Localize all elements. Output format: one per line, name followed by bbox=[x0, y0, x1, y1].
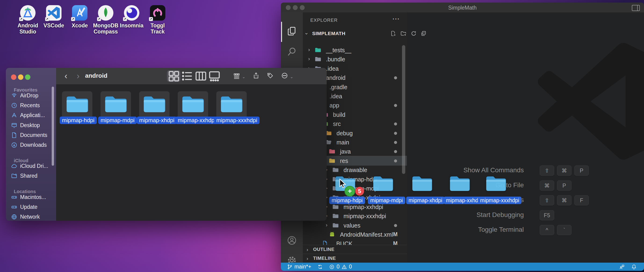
timeline-panel-header[interactable]: › TIMELINE bbox=[303, 254, 407, 263]
keycap: ⌘ bbox=[557, 195, 572, 205]
share-icon[interactable] bbox=[252, 72, 260, 80]
sidebar-item-iclouddri[interactable]: iCloud Dri... bbox=[11, 161, 53, 171]
icon-view-button[interactable] bbox=[167, 70, 180, 82]
tree-item-label: mipmap-xxxhdpi bbox=[344, 213, 386, 219]
folder-item-mipmap-mdpi[interactable]: mipmap-mdpi bbox=[98, 91, 133, 124]
branch-status-item[interactable]: main*+ bbox=[287, 263, 311, 270]
finder-main: ‹ › android ⌄ ⌄ bbox=[56, 68, 327, 221]
sidebar-item-update[interactable]: Update bbox=[11, 202, 53, 212]
refresh-icon[interactable] bbox=[411, 31, 417, 38]
android-robot-icon bbox=[329, 231, 335, 238]
shortcut-row: Find in Files⇧⌘F bbox=[407, 195, 644, 206]
alias-arrow-badge: ↗ bbox=[71, 17, 75, 21]
problems-status-item[interactable]: 0 0 bbox=[329, 263, 352, 270]
sidebar-item-shared[interactable]: Shared bbox=[11, 171, 53, 181]
project-section-title: SIMPLEMATH bbox=[312, 31, 346, 36]
sidebar-item-label: Desktop bbox=[20, 122, 40, 129]
tree-item-label: .bundle bbox=[326, 56, 345, 63]
tree-item-label: mipmap-hdpi bbox=[344, 176, 378, 183]
sidebar-scrollbar[interactable] bbox=[402, 45, 405, 174]
feedback-icon[interactable] bbox=[619, 264, 625, 270]
column-view-button[interactable] bbox=[194, 70, 208, 82]
sidebar-item-airdrop[interactable]: AirDrop bbox=[11, 91, 53, 100]
sidebar-item-desktop[interactable]: Desktop bbox=[11, 120, 53, 130]
cloud-icon bbox=[11, 163, 17, 169]
forward-icon[interactable]: › bbox=[77, 71, 80, 81]
sidebar-item-recents[interactable]: Recents bbox=[11, 100, 53, 110]
tree-item-label: drawable bbox=[344, 167, 367, 173]
desktop-icon-android-studio[interactable]: ↗Android Studio bbox=[15, 5, 41, 35]
desktop-icon-vscode[interactable]: ↗VSCode bbox=[41, 5, 67, 29]
tree-item-label: values bbox=[344, 222, 360, 229]
tree-row-values[interactable]: ›values bbox=[303, 221, 407, 230]
outline-panel-header[interactable]: › OUTLINE bbox=[303, 245, 407, 254]
more-actions-icon[interactable]: ⋯ bbox=[392, 14, 400, 23]
modified-dot bbox=[394, 159, 397, 162]
back-icon[interactable]: ‹ bbox=[64, 71, 67, 81]
chevron-right-icon: › bbox=[308, 56, 310, 62]
sidebar-item-label: iCloud Dri... bbox=[20, 163, 48, 169]
keycap: F bbox=[574, 195, 589, 205]
minimize-button[interactable] bbox=[18, 74, 24, 80]
desktop-icon-xcode[interactable]: ↗Xcode bbox=[67, 5, 92, 29]
modified-dot bbox=[394, 150, 397, 153]
sidebar-item-downloads[interactable]: Downloads bbox=[11, 140, 53, 150]
sidebar-scrollbar[interactable] bbox=[52, 87, 54, 166]
shortcut-label: Toggle Terminal bbox=[478, 226, 524, 233]
customize-layout-icon[interactable] bbox=[632, 5, 640, 11]
desktop-icon-insomnia[interactable]: ↗Insomnia bbox=[119, 5, 144, 29]
new-file-icon[interactable] bbox=[390, 31, 396, 38]
folder-label: mipmap-xxhdpi bbox=[176, 117, 218, 124]
sidebar-item-documents[interactable]: Documents bbox=[11, 130, 53, 140]
desktop-icon-toggl-track[interactable]: ↗Toggl Track bbox=[145, 5, 170, 35]
keycap: ⌘ bbox=[557, 165, 572, 176]
new-folder-icon[interactable] bbox=[400, 31, 407, 38]
folder-icon bbox=[329, 158, 335, 164]
status-bar: main*+ 0 0 bbox=[281, 263, 644, 271]
folder-item-mipmap-xxxhdpi[interactable]: mipmap-xxxhdpi bbox=[214, 91, 249, 124]
folder-label: mipmap-mdpi bbox=[98, 117, 137, 124]
modified-badge: M bbox=[393, 231, 398, 237]
errors-icon bbox=[329, 264, 335, 270]
notifications-bell-icon[interactable] bbox=[631, 264, 637, 270]
sync-status-item[interactable] bbox=[317, 264, 323, 270]
sync-icon bbox=[317, 264, 323, 270]
modified-dot bbox=[394, 122, 397, 125]
sidebar-item-macintos[interactable]: Macintos... bbox=[11, 192, 53, 202]
desktop-icon-mongodb-compass[interactable]: ↗MongoDB Compass bbox=[93, 5, 118, 35]
tree-row-AndroidManifest.xml[interactable]: AndroidManifest.xmlM bbox=[303, 230, 407, 239]
folder-icon bbox=[332, 167, 339, 173]
gallery-view-button[interactable] bbox=[208, 70, 221, 82]
tag-icon[interactable] bbox=[266, 72, 274, 80]
tree-item-label: .gradle bbox=[330, 84, 347, 91]
group-by-icon[interactable] bbox=[233, 73, 240, 81]
chevron-right-icon: › bbox=[306, 247, 308, 252]
collapse-all-icon[interactable] bbox=[420, 31, 426, 38]
airdrop-icon bbox=[11, 93, 17, 99]
list-view-button[interactable] bbox=[180, 70, 194, 82]
shortcut-row: Go to File⌘P bbox=[407, 180, 644, 191]
tree-row-__tests__[interactable]: ›__tests__ bbox=[303, 45, 407, 55]
close-button[interactable] bbox=[11, 74, 16, 80]
shortcut-keys: ⇧⌘F bbox=[540, 195, 589, 205]
modified-dot bbox=[394, 76, 397, 79]
finder-sidebar: FavouritesAirDropRecentsApplicati...Desk… bbox=[6, 68, 56, 221]
sidebar-item-label: Shared bbox=[20, 173, 38, 179]
window-title: SimpleMath bbox=[281, 5, 644, 11]
explorer-icon[interactable] bbox=[281, 26, 303, 37]
sidebar-item-label: Network bbox=[20, 214, 40, 220]
sidebar-item-network[interactable]: Network bbox=[11, 212, 53, 221]
tree-row-.bundle[interactable]: ›.bundle bbox=[303, 55, 407, 64]
sidebar-item-label: Documents bbox=[20, 132, 47, 138]
folder-item-mipmap-hdpi[interactable]: mipmap-hdpi bbox=[60, 91, 95, 124]
zoom-button[interactable] bbox=[25, 74, 30, 80]
project-section-header[interactable]: › SIMPLEMATH bbox=[303, 29, 407, 38]
shortcut-keys: F5 bbox=[540, 210, 554, 220]
more-actions-icon[interactable] bbox=[281, 72, 288, 80]
desktop-icon-label: VSCode bbox=[41, 23, 67, 29]
account-icon[interactable] bbox=[281, 235, 303, 246]
sidebar-item-applicati[interactable]: Applicati... bbox=[11, 110, 53, 120]
search-icon[interactable] bbox=[281, 47, 303, 58]
folder-item-mipmap-xxhdpi[interactable]: mipmap-xxhdpi bbox=[176, 91, 210, 124]
folder-item-mipmap-xhdpi[interactable]: mipmap-xhdpi bbox=[137, 91, 172, 124]
